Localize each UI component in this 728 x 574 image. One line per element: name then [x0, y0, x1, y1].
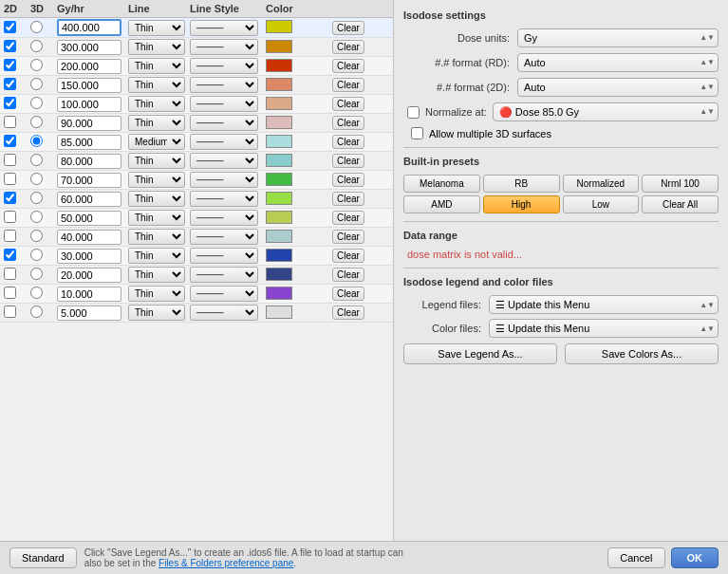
table-row: MediumThin ──── Clear: [0, 133, 393, 152]
right-panel: Isodose settings Dose units: GycGyradPer…: [394, 0, 728, 541]
built-in-presets-title: Built-in presets: [403, 156, 719, 167]
bottom-left: Standard Click "Save Legend As..." to cr…: [9, 547, 417, 568]
data-range-title: Data range: [403, 230, 719, 241]
col-2d: 2D: [4, 3, 30, 14]
cell-clear-btn[interactable]: Clear: [332, 21, 365, 35]
col-linestyle: Line Style: [190, 3, 266, 14]
bottom-bar: Standard Click "Save Legend As..." to cr…: [0, 541, 728, 574]
presets-section: Built-in presets Melanoma RB Normalized …: [403, 156, 719, 213]
cell-color-swatch[interactable]: [266, 20, 332, 35]
table-row: Thin ──── Clear: [0, 76, 393, 95]
twod-format-select[interactable]: Auto00.00.00: [517, 78, 719, 97]
legend-files-select-wrapper: ☰ Update this Menu: [489, 295, 719, 314]
twod-format-select-wrapper: Auto00.00.00: [517, 78, 719, 97]
table-row: Thin ──── Clear: [0, 114, 393, 133]
table-row: Thin ──── Clear: [0, 171, 393, 190]
allow-multiple-row: Allow multiple 3D surfaces: [403, 127, 719, 139]
legend-section-title: Isodose legend and color files: [403, 276, 719, 287]
normalize-select-wrapper: 🔴 Dose 85.0 Gy: [493, 102, 719, 121]
bottom-right: Cancel OK: [607, 547, 719, 568]
save-row: Save Legend As... Save Colors As...: [403, 343, 719, 364]
preset-rb[interactable]: RB: [483, 175, 560, 193]
normalize-checkbox[interactable]: [407, 106, 420, 119]
files-folders-link[interactable]: Files & Folders preference pane: [159, 558, 293, 568]
save-colors-btn[interactable]: Save Colors As...: [565, 343, 719, 364]
color-files-select-wrapper: ☰ Update this Menu: [489, 319, 719, 338]
cell-3d-radio[interactable]: [30, 21, 57, 35]
preset-melanoma[interactable]: Melanoma: [403, 175, 480, 193]
col-line: Line: [128, 3, 190, 14]
allow-multiple-checkbox[interactable]: [411, 127, 423, 139]
dose-units-select[interactable]: GycGyradPercent: [517, 28, 719, 47]
table-row: Thin ──── Clear: [0, 304, 393, 323]
table-row: Thin ──── Clear: [0, 247, 393, 266]
color-files-row: Color files: ☰ Update this Menu: [403, 319, 719, 338]
data-range-section: Data range dose matrix is not valid...: [403, 230, 719, 260]
rd-format-select[interactable]: Auto00.00.00: [517, 53, 719, 72]
cell-line-select[interactable]: ThinMediumThick: [128, 20, 190, 36]
rd-format-row: #.# format (RD): Auto00.00.00: [403, 53, 719, 72]
cell-2d-checkbox[interactable]: [4, 21, 30, 35]
preset-clear-all[interactable]: Clear All: [642, 195, 719, 213]
normalize-label: Normalize at:: [425, 106, 487, 118]
bottom-info: Click "Save Legend As..." to create an .…: [84, 547, 417, 568]
color-files-select[interactable]: ☰ Update this Menu: [489, 319, 719, 338]
allow-multiple-label: Allow multiple 3D surfaces: [429, 128, 551, 139]
legend-section: Isodose legend and color files Legend fi…: [403, 276, 719, 364]
table-row: Thin ──── Clear: [0, 95, 393, 114]
cell-value[interactable]: [57, 19, 128, 36]
main-container: 2D 3D Gy/hr Line Line Style Color ThinMe…: [0, 0, 728, 574]
normalize-row: Normalize at: 🔴 Dose 85.0 Gy: [403, 102, 719, 121]
rd-format-label: #.# format (RD):: [403, 57, 517, 68]
table-row: Thin ──── Clear: [0, 285, 393, 304]
twod-format-label: #.# format (2D):: [403, 82, 517, 93]
ok-button[interactable]: OK: [671, 547, 719, 568]
rd-format-select-wrapper: Auto00.00.00: [517, 53, 719, 72]
legend-files-label: Legend files:: [403, 299, 489, 310]
table-row: Thin ──── Clear: [0, 209, 393, 228]
isodose-settings-title: Isodose settings: [403, 9, 719, 21]
cell-linestyle-select[interactable]: ────- - -: [190, 20, 266, 36]
table-row: Thin ──── Clear: [0, 152, 393, 171]
table-row: Thin ──── Clear: [0, 228, 393, 247]
divider3: [403, 268, 719, 268]
divider: [403, 147, 719, 148]
preset-amd[interactable]: AMD: [403, 195, 480, 213]
presets-grid: Melanoma RB Normalized Nrml 100 AMD High…: [403, 175, 719, 213]
data-range-text: dose matrix is not valid...: [403, 249, 719, 260]
color-files-label: Color files:: [403, 323, 489, 334]
standard-button[interactable]: Standard: [9, 547, 77, 568]
content-area: 2D 3D Gy/hr Line Line Style Color ThinMe…: [0, 0, 728, 541]
col-3d: 3D: [30, 3, 57, 14]
table-row: Thin ──── Clear: [0, 38, 393, 57]
normalize-select[interactable]: 🔴 Dose 85.0 Gy: [493, 102, 719, 121]
table-header: 2D 3D Gy/hr Line Line Style Color: [0, 0, 393, 18]
twod-format-row: #.# format (2D): Auto00.00.00: [403, 78, 719, 97]
preset-high[interactable]: High: [483, 195, 560, 213]
left-panel: 2D 3D Gy/hr Line Line Style Color ThinMe…: [0, 0, 394, 541]
table-row: Thin ──── Clear: [0, 57, 393, 76]
table-row: Thin ──── Clear: [0, 190, 393, 209]
divider2: [403, 221, 719, 222]
cancel-button[interactable]: Cancel: [607, 547, 664, 568]
dose-units-row: Dose units: GycGyradPercent: [403, 28, 719, 47]
col-color: Color: [266, 3, 332, 14]
table-row: ThinMediumThick ────- - - Clear: [0, 18, 393, 38]
table-row: Thin ──── Clear: [0, 266, 393, 285]
preset-nrml100[interactable]: Nrml 100: [642, 175, 719, 193]
preset-normalized[interactable]: Normalized: [563, 175, 640, 193]
save-legend-btn[interactable]: Save Legend As...: [403, 343, 557, 364]
preset-low[interactable]: Low: [563, 195, 640, 213]
dose-units-label: Dose units:: [403, 32, 517, 44]
col-gyhr: Gy/hr: [57, 3, 128, 14]
legend-files-select[interactable]: ☰ Update this Menu: [489, 295, 719, 314]
dose-units-select-wrapper: GycGyradPercent: [517, 28, 719, 47]
legend-files-row: Legend files: ☰ Update this Menu: [403, 295, 719, 314]
